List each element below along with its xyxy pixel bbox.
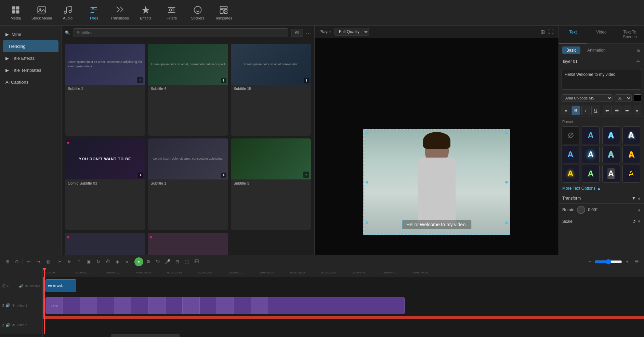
panel-minimize-icon[interactable]: ⊟: [637, 48, 641, 53]
track2-eye[interactable]: 👁: [12, 323, 15, 327]
download-icon-sub1[interactable]: ⬇: [221, 173, 226, 178]
toolbar-audio[interactable]: Audio: [55, 2, 80, 24]
tl-btn-split[interactable]: ⫸: [65, 257, 74, 266]
grid-view-icon[interactable]: ⊞: [540, 29, 545, 35]
font-size-select[interactable]: 31: [615, 94, 632, 102]
toolbar-stickers[interactable]: Stickers: [185, 2, 210, 24]
preset-7[interactable]: A: [622, 146, 640, 163]
tab-text-to-speech[interactable]: Text To Speech: [616, 26, 644, 43]
preset-none[interactable]: ∅: [562, 126, 579, 144]
tl-btn-text[interactable]: T: [75, 257, 83, 266]
tl-btn-mic[interactable]: 🎤: [163, 257, 172, 266]
tab-text[interactable]: Text: [559, 26, 587, 43]
edit-layer-icon[interactable]: ✏: [636, 59, 640, 64]
tl-btn-undo[interactable]: ↩: [24, 257, 33, 266]
italic-button[interactable]: I: [581, 106, 590, 115]
record-button[interactable]: ●: [134, 257, 143, 266]
subtab-animation[interactable]: Animation: [583, 46, 609, 54]
more-text-options[interactable]: More Text Options ▲: [559, 184, 644, 193]
tl-list-view[interactable]: ☰: [632, 257, 641, 266]
toolbar-media[interactable]: Media: [3, 2, 28, 24]
tl-btn-magnet[interactable]: ⊙: [12, 257, 21, 266]
tl-btn-rotate[interactable]: ↻: [94, 257, 103, 266]
sidebar-item-mine[interactable]: ▶ Mine: [0, 28, 61, 40]
rotate-knob[interactable]: [577, 206, 585, 214]
toolbar-titles[interactable]: T Titles: [81, 2, 106, 24]
font-select[interactable]: Arial Unicode MS: [562, 94, 613, 102]
text-clip[interactable]: Hello! Wel...: [45, 279, 76, 292]
grid-item-subtitle3[interactable]: ＋ Subtitle 3: [231, 138, 311, 230]
grid-item-subtitle1[interactable]: Lorem ipsum dolor sit amet, consectetur …: [148, 138, 228, 230]
grid-item-subtitle15[interactable]: Lorem ipsum dolor sit amet consectetur ⬇…: [231, 44, 311, 136]
align-center-button[interactable]: ☰: [613, 106, 621, 115]
tl-btn-shield[interactable]: 🛡: [154, 257, 162, 266]
scale-reset-icon[interactable]: ↺: [632, 219, 636, 224]
tl-scrollbar-thumb[interactable]: [111, 334, 180, 337]
tl-btn-audio-track[interactable]: ⊟: [173, 257, 182, 266]
sidebar-item-trending[interactable]: Trending: [3, 40, 58, 52]
toolbar-filters[interactable]: Filters: [159, 2, 184, 24]
scale-keyframe-icon[interactable]: ◆: [638, 219, 641, 224]
video3-clip[interactable]: Samp: [45, 297, 405, 314]
preset-2[interactable]: A: [602, 126, 620, 144]
sidebar-item-title-templates[interactable]: ▶ Title Templates: [0, 64, 61, 76]
download-icon-comic[interactable]: ⬇: [138, 173, 143, 178]
tl-btn-crop[interactable]: ▣: [84, 257, 93, 266]
tl-btn-speed[interactable]: ⏱: [103, 257, 112, 266]
tl-zoom-slider[interactable]: [595, 259, 622, 265]
track3-eye[interactable]: 👁: [12, 304, 15, 308]
track3-mute[interactable]: 🔊: [5, 303, 10, 308]
handle-br[interactable]: [505, 221, 508, 224]
track4-mute[interactable]: 🔊: [19, 284, 24, 288]
underline-button[interactable]: U: [591, 106, 600, 115]
fullscreen-icon[interactable]: ⛶: [548, 29, 554, 35]
download-icon-sub4[interactable]: ⬇: [221, 78, 226, 83]
grid-item-comic-sub03[interactable]: ♥ YOU DON'T WANT TO BE ⬇ Comic Subtitle …: [65, 138, 145, 230]
grid-item-subtitle2[interactable]: Lorem ipsum dolor sit amet, consectetur …: [65, 44, 145, 136]
bold-button[interactable]: B: [571, 106, 580, 115]
download-icon-sub15[interactable]: ⬇: [304, 78, 309, 83]
more-options-button[interactable]: ···: [306, 29, 311, 37]
sidebar-item-ai-captions[interactable]: AI Captions: [0, 76, 61, 88]
tl-btn-more[interactable]: »: [122, 257, 131, 266]
preset-4[interactable]: A: [562, 146, 579, 163]
handle-tl[interactable]: [366, 132, 368, 134]
rotate-keyframe-icon[interactable]: ◆: [638, 208, 641, 212]
tl-zoom-in[interactable]: +: [623, 257, 632, 266]
toolbar-effects[interactable]: Effects: [133, 2, 158, 24]
tl-zoom-out[interactable]: −: [585, 257, 594, 266]
handle-tr[interactable]: [505, 132, 508, 134]
align-right-button[interactable]: ➡: [623, 106, 631, 115]
tl-btn-caption[interactable]: ⬚: [182, 257, 191, 266]
preset-6[interactable]: A: [602, 146, 620, 163]
grid-item-subtitle4[interactable]: Lorem ipsum dolor sit amet, consectetur …: [148, 44, 228, 136]
add-icon-sub2[interactable]: ＋: [137, 77, 143, 83]
toolbar-stock-media[interactable]: Stock Media: [29, 2, 54, 24]
toolbar-templates[interactable]: Templates: [211, 2, 236, 24]
transform-keyframe-icon[interactable]: ◆: [638, 197, 641, 200]
align-left2-button[interactable]: ⬅: [603, 106, 612, 115]
transform-expand-icon[interactable]: ▼: [632, 196, 636, 201]
track4-eye[interactable]: 👁: [25, 284, 29, 288]
subtab-basic[interactable]: Basic: [562, 46, 580, 54]
preset-5[interactable]: A: [582, 146, 600, 163]
preset-11[interactable]: A: [622, 165, 640, 183]
quality-select[interactable]: Full Quality Half Quality: [334, 28, 369, 36]
track2-mute[interactable]: 🔊: [5, 323, 10, 327]
filter-button[interactable]: All: [291, 29, 303, 37]
title-text-overlay[interactable]: Hello! Welcome to my video.: [402, 220, 471, 229]
tl-btn-film[interactable]: 🎞: [192, 257, 201, 266]
tl-btn-effects[interactable]: ◈: [113, 257, 122, 266]
preset-10[interactable]: A: [602, 165, 620, 183]
preset-8[interactable]: A: [562, 165, 579, 183]
toolbar-transitions[interactable]: Transitions: [107, 2, 132, 24]
align-justify-button[interactable]: ≡: [633, 106, 641, 115]
tab-video[interactable]: Video: [587, 26, 616, 43]
search-input[interactable]: [73, 28, 288, 37]
sidebar-item-title-effects[interactable]: ▶ Title Effects: [0, 52, 61, 64]
preset-1[interactable]: A: [582, 126, 600, 144]
preset-9[interactable]: A: [582, 165, 600, 183]
handle-ml[interactable]: [366, 181, 368, 184]
color-swatch[interactable]: [634, 94, 641, 102]
preset-3[interactable]: A: [622, 126, 640, 144]
